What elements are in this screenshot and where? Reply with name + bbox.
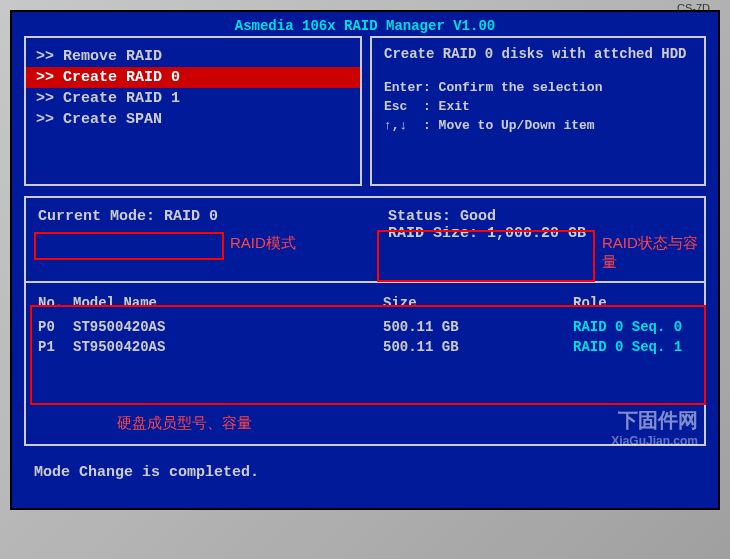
current-mode-value: RAID 0 [164, 208, 218, 225]
monitor-bezel: CS-7D Asmedia 106x RAID Manager V1.00 >>… [0, 0, 730, 559]
top-row: >> Remove RAID >> Create RAID 0 >> Creat… [12, 36, 718, 186]
hdr-role: Role [573, 295, 692, 311]
menu-item-create-raid-0[interactable]: >> Create RAID 0 [26, 67, 360, 88]
current-mode-row: Current Mode: RAID 0 Status: Good RAID S… [38, 208, 692, 225]
footer-message: Mode Change is completed. [12, 446, 718, 481]
cell-model: ST9500420AS [73, 319, 383, 335]
hdr-no: No. [38, 295, 73, 311]
raid-size-label: RAID Size: [388, 225, 478, 242]
status-section: Status: Good RAID Size: 1,000.20 GB [388, 208, 586, 242]
cell-size: 500.11 GB [383, 339, 573, 355]
table-row: P0 ST9500420AS 500.11 GB RAID 0 Seq. 0 [38, 319, 692, 335]
help-enter: Enter: Confirm the selection [384, 80, 692, 95]
info-panel: Current Mode: RAID 0 Status: Good RAID S… [24, 196, 706, 446]
disk-table-header: No. Model Name Size Role [38, 295, 692, 311]
cell-role: RAID 0 Seq. 0 [573, 319, 692, 335]
hdr-model: Model Name [73, 295, 383, 311]
watermark: 下固件网 XiaGuJian.com [611, 407, 698, 448]
help-panel: Create RAID 0 disks with attched HDD Ent… [370, 36, 706, 186]
help-arrows: ↑,↓ : Move to Up/Down item [384, 118, 692, 133]
main-menu: >> Remove RAID >> Create RAID 0 >> Creat… [24, 36, 362, 186]
bios-screen: Asmedia 106x RAID Manager V1.00 >> Remov… [10, 10, 720, 510]
status-label: Status: [388, 208, 451, 225]
disk-table: No. Model Name Size Role P0 ST9500420AS … [38, 295, 692, 355]
cell-role: RAID 0 Seq. 1 [573, 339, 692, 355]
current-mode-label: Current Mode: [38, 208, 155, 225]
menu-item-create-span[interactable]: >> Create SPAN [26, 109, 360, 130]
hdr-size: Size [383, 295, 573, 311]
status-value: Good [460, 208, 496, 225]
cell-no: P1 [38, 339, 73, 355]
watermark-main: 下固件网 [611, 407, 698, 434]
cell-model: ST9500420AS [73, 339, 383, 355]
cell-no: P0 [38, 319, 73, 335]
table-row: P1 ST9500420AS 500.11 GB RAID 0 Seq. 1 [38, 339, 692, 355]
watermark-sub: XiaGuJian.com [611, 434, 698, 448]
raid-size-value: 1,000.20 GB [487, 225, 586, 242]
help-esc: Esc : Exit [384, 99, 692, 114]
menu-item-create-raid-1[interactable]: >> Create RAID 1 [26, 88, 360, 109]
divider [26, 281, 704, 283]
help-title: Create RAID 0 disks with attched HDD [384, 46, 692, 62]
cell-size: 500.11 GB [383, 319, 573, 335]
menu-item-remove-raid[interactable]: >> Remove RAID [26, 46, 360, 67]
page-title: Asmedia 106x RAID Manager V1.00 [12, 12, 718, 36]
